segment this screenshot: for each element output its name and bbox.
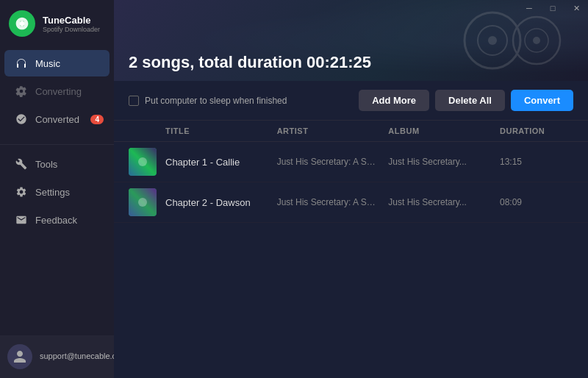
sidebar-item-music-label: Music [35, 58, 60, 69]
settings-icon [15, 185, 28, 199]
row-2-title: Chapter 2 - Dawson [165, 197, 277, 208]
sidebar-item-settings-label: Settings [35, 187, 70, 198]
add-more-button[interactable]: Add More [359, 90, 429, 111]
table-row[interactable]: Chapter 2 - Dawson Just His Secretary: A… [114, 182, 588, 223]
row-2-duration: 08:09 [500, 197, 573, 207]
delete-all-button[interactable]: Delete All [435, 90, 505, 111]
row-1-title: Chapter 1 - Callie [165, 157, 277, 168]
gear-icon [15, 85, 28, 98]
track-list: TITLE ARTIST ALBUM DURATION Chapter 1 - … [114, 121, 588, 378]
sidebar-item-converting: Converting [4, 78, 110, 104]
col-duration: DURATION [500, 126, 573, 135]
sidebar: TuneCable Spotify Downloader Music Conve… [0, 0, 114, 378]
logo-text: TuneCable Spotify Downloader [43, 15, 100, 33]
app-subtitle: Spotify Downloader [43, 26, 100, 33]
thumbnail-image [129, 148, 157, 176]
svg-point-3 [488, 36, 497, 45]
minimize-button[interactable]: ─ [517, 0, 541, 16]
row-1-duration: 13:15 [500, 157, 573, 167]
table-header: TITLE ARTIST ALBUM DURATION [114, 121, 588, 142]
row-2-album: Just His Secretary... [388, 197, 500, 207]
window-controls: ─ □ ✕ [517, 0, 588, 16]
converted-badge: 4 [90, 115, 104, 124]
row-1-thumb-col [129, 148, 165, 176]
app-logo: TuneCable Spotify Downloader [0, 0, 114, 44]
sleep-checkbox-wrapper[interactable]: Put computer to sleep when finished [129, 96, 287, 106]
track-thumbnail [129, 188, 157, 216]
account-section[interactable]: support@tunecable.com [0, 335, 114, 378]
thumbnail-image [129, 188, 157, 216]
avatar [7, 344, 32, 369]
main-nav: Music Converting Converted 4 [0, 44, 114, 138]
sidebar-item-feedback[interactable]: Feedback [4, 207, 110, 233]
col-album: ALBUM [388, 126, 500, 135]
bottom-nav: Tools Settings Feedback [0, 144, 114, 239]
sidebar-item-converted-label: Converted [35, 114, 79, 125]
svg-point-6 [533, 37, 540, 44]
row-2-thumb-col [129, 188, 165, 216]
sidebar-item-settings[interactable]: Settings [4, 179, 110, 205]
sleep-checkbox-label: Put computer to sleep when finished [145, 96, 287, 106]
toolbar-right: Add More Delete All Convert [359, 90, 573, 111]
maximize-button[interactable]: □ [541, 0, 564, 16]
sidebar-item-tools[interactable]: Tools [4, 151, 110, 177]
mail-icon [15, 213, 28, 227]
headphones-icon [15, 57, 28, 70]
track-thumbnail [129, 148, 157, 176]
col-thumb [129, 126, 165, 135]
logo-icon [9, 10, 35, 37]
tool-icon [15, 157, 28, 171]
sidebar-item-converting-label: Converting [35, 86, 82, 97]
sidebar-item-converted[interactable]: Converted 4 [4, 106, 110, 132]
check-circle-icon [15, 113, 28, 126]
row-2-artist: Just His Secretary: A Sweet Ro... [277, 197, 389, 207]
sidebar-item-music[interactable]: Music [4, 50, 110, 76]
toolbar: Put computer to sleep when finished Add … [114, 81, 588, 121]
sleep-checkbox[interactable] [129, 96, 139, 106]
app-name: TuneCable [43, 15, 100, 26]
page-title: 2 songs, total duration 00:21:25 [129, 53, 371, 72]
sidebar-item-tools-label: Tools [35, 159, 57, 170]
sidebar-item-feedback-label: Feedback [35, 215, 77, 226]
col-title: TITLE [165, 126, 277, 135]
table-row[interactable]: Chapter 1 - Callie Just His Secretary: A… [114, 142, 588, 182]
close-button[interactable]: ✕ [564, 0, 588, 16]
row-1-album: Just His Secretary... [388, 157, 500, 167]
col-artist: ARTIST [277, 126, 389, 135]
toolbar-left: Put computer to sleep when finished [129, 96, 350, 106]
row-1-artist: Just His Secretary: A Sweet Ro... [277, 157, 389, 167]
convert-button[interactable]: Convert [511, 90, 573, 111]
main-content: ─ □ ✕ 2 songs, total duration 00:21:25 P… [114, 0, 588, 378]
